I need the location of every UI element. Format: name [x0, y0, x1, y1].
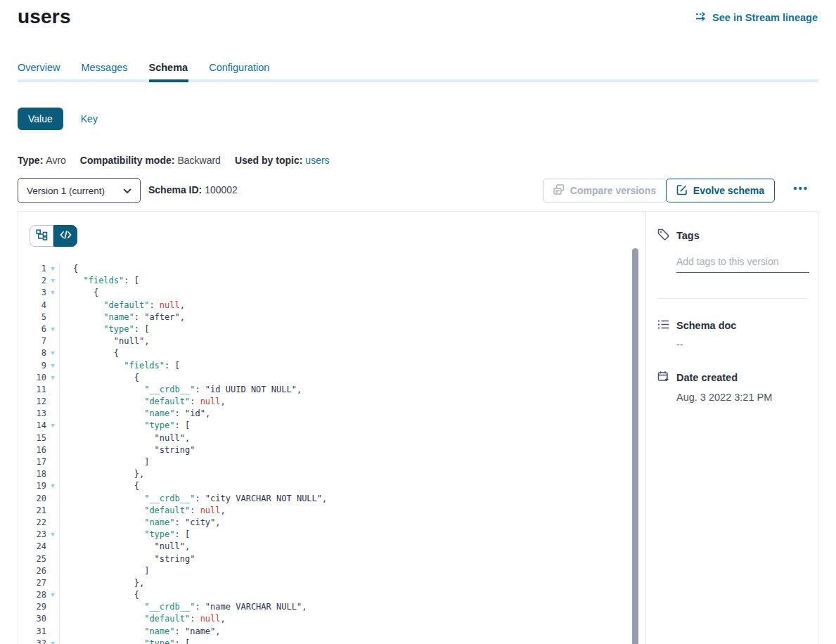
fold-gutter [46, 493, 60, 505]
line-number: 29 [18, 601, 46, 613]
code-text: { [60, 347, 119, 359]
stream-lineage-icon [695, 11, 707, 23]
code-text: "type": [ [60, 529, 190, 541]
schema-editor-panel: 1▼{2▼ "fields": [3▼ {4 "default": null,5… [18, 212, 646, 644]
version-select[interactable]: Version 1 (current) [18, 178, 141, 203]
line-number: 15 [18, 432, 46, 444]
line-number: 28 [18, 589, 46, 601]
code-line: 3▼ { [18, 287, 636, 299]
code-line: 10▼ { [18, 372, 636, 384]
code-text: "name": "after", [60, 311, 185, 323]
meta-value-link[interactable]: users [305, 155, 329, 166]
fold-arrow-icon[interactable]: ▼ [46, 529, 60, 541]
line-number: 16 [18, 444, 46, 456]
fold-gutter [46, 335, 60, 347]
code-line: 19▼ { [18, 480, 636, 492]
code-text: "fields": [ [60, 275, 139, 287]
line-number: 4 [18, 300, 46, 311]
fold-arrow-icon[interactable]: ▼ [46, 589, 60, 601]
evolve-schema-icon [676, 184, 688, 198]
code-text: "fields": [ [60, 360, 180, 372]
schema-code[interactable]: 1▼{2▼ "fields": [3▼ {4 "default": null,5… [18, 263, 636, 644]
code-text: }, [60, 468, 144, 480]
code-text: "string" [60, 553, 195, 565]
code-view-button[interactable] [53, 225, 77, 247]
schema-detail-panel: 1▼{2▼ "fields": [3▼ {4 "default": null,5… [18, 211, 818, 644]
fold-arrow-icon[interactable]: ▼ [46, 287, 60, 299]
compare-versions-button[interactable]: Compare versions [543, 179, 667, 202]
code-line: 6▼ "type": [ [18, 323, 636, 335]
tags-title: Tags [676, 230, 700, 241]
evolve-schema-button[interactable]: Evolve schema [666, 179, 775, 202]
fold-arrow-icon[interactable]: ▼ [46, 347, 60, 359]
code-text: "string" [60, 444, 195, 456]
stream-lineage-link[interactable]: See in Stream lineage [695, 11, 818, 23]
code-text: "__crdb__": "city VARCHAR NOT NULL", [60, 493, 327, 505]
code-text: "name": "id", [60, 408, 210, 420]
compare-versions-icon [553, 184, 565, 197]
code-text: { [60, 372, 139, 384]
line-number: 24 [18, 541, 46, 553]
key-tab-button[interactable]: Key [81, 113, 98, 124]
fold-gutter [46, 553, 60, 565]
line-number: 10 [18, 372, 46, 384]
fold-arrow-icon[interactable]: ▼ [46, 275, 60, 287]
line-number: 5 [18, 311, 46, 323]
more-actions-button[interactable]: ••• [793, 182, 809, 194]
line-number: 20 [18, 493, 46, 505]
code-line: 13 "name": "id", [18, 408, 636, 420]
line-number: 22 [18, 517, 46, 529]
fold-arrow-icon[interactable]: ▼ [46, 323, 60, 335]
line-number: 13 [18, 408, 46, 420]
line-number: 6 [18, 323, 46, 335]
fold-arrow-icon[interactable]: ▼ [46, 420, 60, 432]
date-created-section: Date created Aug. 3 2022 3:21 PM [657, 371, 808, 403]
fold-arrow-icon[interactable]: ▼ [46, 480, 60, 492]
tree-view-button[interactable] [30, 225, 53, 247]
version-select-value: Version 1 (current) [27, 186, 105, 196]
add-tags-input[interactable] [676, 256, 809, 273]
tab-active-indicator [149, 79, 188, 82]
code-line: 29 "__crdb__": "name VARCHAR NULL", [18, 601, 636, 613]
editor-view-toggle [30, 225, 77, 247]
code-text: "__crdb__": "id UUID NOT NULL", [60, 384, 302, 396]
page-title: users [18, 6, 71, 28]
fold-gutter [46, 541, 60, 553]
code-text: "default": null, [60, 613, 226, 625]
code-line: 5 "name": "after", [18, 311, 636, 323]
tag-icon [657, 228, 669, 243]
fold-arrow-icon[interactable]: ▼ [46, 263, 60, 275]
meta-item: Type:Avro [18, 155, 66, 166]
line-number: 18 [18, 468, 46, 480]
schema-id-label: Schema ID: [148, 184, 202, 195]
date-created-value: Aug. 3 2022 3:21 PM [676, 392, 808, 403]
line-number: 25 [18, 553, 46, 565]
line-number: 23 [18, 529, 46, 541]
code-line: 15 "null", [18, 432, 636, 444]
value-tab-button[interactable]: Value [18, 108, 63, 130]
code-text: { [60, 480, 139, 492]
fold-gutter [46, 565, 60, 577]
meta-label: Type: [18, 155, 43, 166]
code-text: }, [60, 577, 144, 589]
line-number: 12 [18, 396, 46, 408]
line-number: 19 [18, 480, 46, 492]
editor-scrollbar[interactable] [632, 248, 638, 644]
code-text: "__crdb__": "name VARCHAR NULL", [60, 601, 307, 613]
date-created-header: Date created [657, 371, 808, 385]
fold-gutter [46, 444, 60, 456]
compare-versions-label: Compare versions [570, 185, 656, 196]
code-text: { [60, 287, 98, 299]
line-number: 2 [18, 275, 46, 287]
fold-arrow-icon[interactable]: ▼ [46, 372, 60, 384]
meta-value: Avro [46, 155, 66, 166]
code-line: 30 "default": null, [18, 613, 636, 625]
fold-arrow-icon[interactable]: ▼ [46, 638, 60, 644]
line-number: 3 [18, 287, 46, 299]
calendar-add-icon [657, 371, 669, 385]
meta-item: Compatibility mode:Backward [80, 155, 221, 166]
code-line: 32▼ "type": [ [18, 638, 636, 644]
fold-arrow-icon[interactable]: ▼ [46, 360, 60, 372]
code-line: 11 "__crdb__": "id UUID NOT NULL", [18, 384, 636, 396]
code-text: { [60, 589, 139, 601]
